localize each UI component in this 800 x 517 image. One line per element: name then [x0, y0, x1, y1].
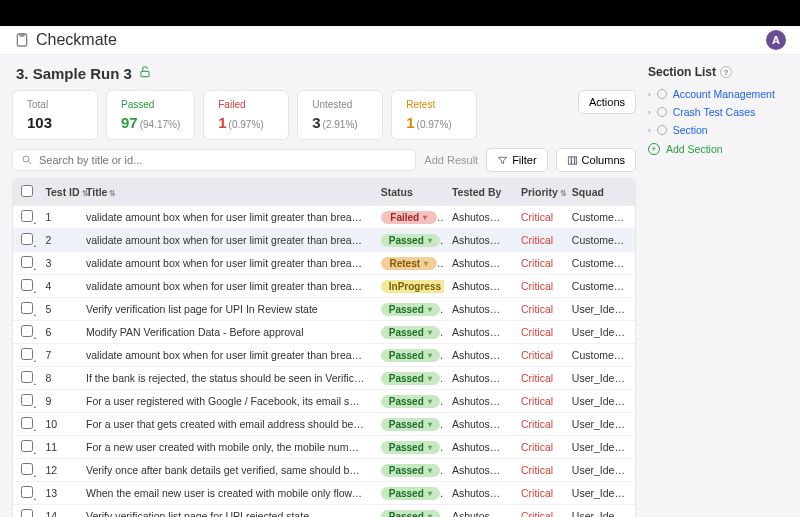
search-input[interactable] [39, 154, 407, 166]
table-row[interactable]: 1validate amount box when for user limit… [13, 206, 635, 229]
chevron-down-icon: ▾ [428, 512, 432, 518]
col-squad[interactable]: Squad [564, 179, 635, 206]
cell-squad: User_Identity_Pod [564, 482, 635, 505]
section-label: Section [673, 124, 708, 136]
cell-tested-by: Ashutosh Palania [444, 321, 513, 344]
row-checkbox[interactable] [21, 348, 33, 360]
status-pill[interactable]: Retest▾ [381, 257, 437, 270]
cell-id: 3 [37, 252, 78, 275]
clipboard-icon [14, 32, 30, 48]
row-checkbox[interactable] [21, 279, 33, 291]
table-row[interactable]: 12Verify once after bank details get ver… [13, 459, 635, 482]
stat-total: Total 103 [12, 90, 98, 140]
add-result-link[interactable]: Add Result [424, 154, 478, 166]
table-row[interactable]: 14Verify verification list page for UPI … [13, 505, 635, 518]
row-checkbox[interactable] [21, 210, 33, 222]
status-pill[interactable]: Passed▾ [381, 418, 440, 431]
filter-button[interactable]: Filter [486, 148, 547, 172]
col-title[interactable]: Title⇅ [78, 179, 373, 206]
table-row[interactable]: 13When the email new user is created wit… [13, 482, 635, 505]
row-checkbox[interactable] [21, 256, 33, 268]
row-checkbox[interactable] [21, 509, 33, 517]
select-all-checkbox[interactable] [21, 185, 33, 197]
cell-priority: Critical [513, 482, 564, 505]
cell-squad: Customer_X [564, 206, 635, 229]
chevron-down-icon: ▾ [423, 213, 427, 222]
col-test-id[interactable]: Test ID⇅ [37, 179, 78, 206]
table-row[interactable]: 6Modify PAN Verification Data - Before a… [13, 321, 635, 344]
status-pill[interactable]: Passed▾ [381, 326, 440, 339]
cell-priority: Critical [513, 275, 564, 298]
row-checkbox[interactable] [21, 325, 33, 337]
row-checkbox[interactable] [21, 394, 33, 406]
row-checkbox[interactable] [21, 371, 33, 383]
add-section-button[interactable]: + Add Section [648, 139, 788, 155]
row-checkbox[interactable] [21, 302, 33, 314]
col-status[interactable]: Status [373, 179, 444, 206]
cell-squad: User_Identity_Pod [564, 436, 635, 459]
table-row[interactable]: 7validate amount box when for user limit… [13, 344, 635, 367]
svg-point-2 [23, 156, 29, 162]
cell-id: 6 [37, 321, 78, 344]
table-row[interactable]: 9For a user registered with Google / Fac… [13, 390, 635, 413]
status-pill[interactable]: Passed▾ [381, 510, 440, 518]
table-row[interactable]: 5Verify verification list page for UPI I… [13, 298, 635, 321]
cell-id: 2 [37, 229, 78, 252]
columns-button[interactable]: Columns [556, 148, 636, 172]
col-priority[interactable]: Priority⇅ [513, 179, 564, 206]
table-row[interactable]: 4validate amount box when for user limit… [13, 275, 635, 298]
status-pill[interactable]: Passed▾ [381, 441, 440, 454]
cell-tested-by: Ashutosh Palania [444, 275, 513, 298]
status-pill[interactable]: Passed▾ [381, 395, 440, 408]
status-pill[interactable]: InProgress▾ [381, 280, 444, 293]
status-pill[interactable]: Passed▾ [381, 234, 440, 247]
status-pill[interactable]: Passed▾ [381, 487, 440, 500]
status-pill[interactable]: Passed▾ [381, 464, 440, 477]
section-sidebar: Section List ? ›Account Management›Crash… [648, 55, 788, 517]
cell-squad: Customer_X [564, 252, 635, 275]
cell-title: If the bank is rejected, the status shou… [78, 367, 373, 390]
row-checkbox[interactable] [21, 486, 33, 498]
stats-row: Total 103 Passed 97(94.17%) Failed 1(0.9… [12, 90, 636, 140]
table-row[interactable]: 3validate amount box when for user limit… [13, 252, 635, 275]
chevron-down-icon: ▾ [428, 305, 432, 314]
cell-title: When the email new user is created with … [78, 482, 373, 505]
table-row[interactable]: 10For a user that gets created with emai… [13, 413, 635, 436]
row-checkbox[interactable] [21, 417, 33, 429]
search-input-wrap[interactable] [12, 149, 416, 171]
table-row[interactable]: 2validate amount box when for user limit… [13, 229, 635, 252]
cell-priority: Critical [513, 298, 564, 321]
table-row[interactable]: 8If the bank is rejected, the status sho… [13, 367, 635, 390]
status-pill[interactable]: Passed▾ [381, 303, 440, 316]
cell-id: 8 [37, 367, 78, 390]
status-pill[interactable]: Failed▾ [381, 211, 437, 224]
sort-icon: ⇅ [109, 189, 116, 198]
cell-tested-by: Ashutosh Palania [444, 390, 513, 413]
cell-title: validate amount box when for user limit … [78, 344, 373, 367]
section-item[interactable]: ›Account Management [648, 85, 788, 103]
section-item[interactable]: ›Section [648, 121, 788, 139]
chevron-right-icon: › [648, 126, 651, 135]
section-item[interactable]: ›Crash Test Cases [648, 103, 788, 121]
cell-squad: Customer_X [564, 275, 635, 298]
avatar[interactable]: A [766, 30, 786, 50]
row-checkbox[interactable] [21, 233, 33, 245]
actions-button[interactable]: Actions [578, 90, 636, 114]
cell-id: 5 [37, 298, 78, 321]
chevron-down-icon: ▾ [428, 489, 432, 498]
cell-tested-by: Ashutosh Palania [444, 505, 513, 518]
status-pill[interactable]: Passed▾ [381, 349, 440, 362]
chevron-down-icon: ▾ [428, 236, 432, 245]
cell-squad: User_Identity_Pod [564, 321, 635, 344]
row-checkbox[interactable] [21, 440, 33, 452]
cell-tested-by: Ashutosh Palania [444, 229, 513, 252]
info-icon[interactable]: ? [720, 66, 732, 78]
col-tested-by[interactable]: Tested By [444, 179, 513, 206]
cell-id: 7 [37, 344, 78, 367]
cell-priority: Critical [513, 505, 564, 518]
row-checkbox[interactable] [21, 463, 33, 475]
table-row[interactable]: 11For a new user created with mobile onl… [13, 436, 635, 459]
svg-rect-4 [571, 156, 574, 163]
cell-title: For a new user created with mobile only,… [78, 436, 373, 459]
status-pill[interactable]: Passed▾ [381, 372, 440, 385]
